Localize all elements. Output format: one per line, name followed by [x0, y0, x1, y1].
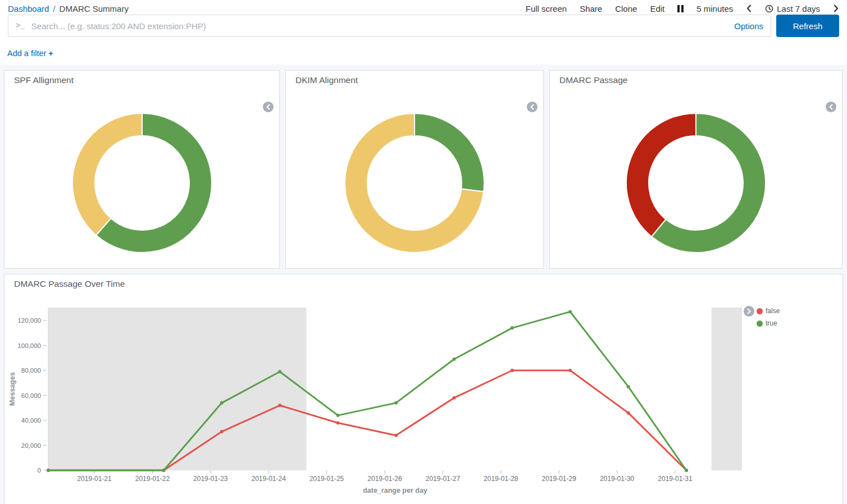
y-tick-label: 120,000 — [17, 317, 41, 324]
x-tick-label: 2019-01-23 — [193, 475, 228, 483]
y-tick-label: 40,000 — [21, 417, 41, 424]
panel-title: SPF Allignment — [4, 71, 279, 85]
panel-dkim-alignment: DKIM Alignment — [285, 70, 544, 269]
panel-dmarc-passage-over-time: 020,00040,00060,00080,000100,000120,0002… — [4, 274, 843, 504]
spf-alignment-donut-chart[interactable] — [69, 110, 215, 256]
data-point-true[interactable] — [511, 326, 514, 329]
x-tick-label: 2019-01-27 — [426, 475, 461, 483]
donut-segment-green[interactable] — [415, 113, 484, 192]
data-point-true[interactable] — [394, 401, 398, 405]
x-axis-title: date_range per day — [363, 487, 427, 494]
refresh-button[interactable]: Refresh — [776, 15, 839, 37]
menu-item-share[interactable]: Share — [580, 4, 602, 13]
data-point-false[interactable] — [511, 369, 514, 372]
donut-segment-red[interactable] — [626, 113, 696, 237]
data-point-true[interactable] — [336, 414, 340, 417]
panel-title: DMARC Passage Over Time — [4, 274, 843, 289]
page-title: DMARC Summary — [60, 4, 129, 13]
expand-legend-icon[interactable] — [744, 306, 754, 317]
y-tick-label: 80,000 — [21, 367, 41, 374]
dmarc-passage-donut-chart[interactable] — [623, 110, 769, 256]
y-tick-label: 20,000 — [21, 442, 41, 449]
breadcrumb-separator: / — [53, 4, 55, 13]
data-point-true[interactable] — [47, 469, 50, 472]
time-range-shaded-band — [712, 308, 742, 470]
top-panel-row: SPF Allignment DKIM Alignment DMARC Pass… — [4, 70, 843, 269]
data-point-false[interactable] — [568, 369, 572, 372]
dkim-alignment-donut-chart[interactable] — [341, 110, 488, 256]
options-link[interactable]: Options — [734, 21, 763, 31]
y-tick-label: 100,000 — [17, 342, 41, 349]
data-point-false[interactable] — [452, 396, 456, 400]
x-tick-label: 2019-01-30 — [600, 475, 635, 483]
x-tick-label: 2019-01-29 — [542, 475, 577, 483]
dmarc-over-time-line-chart[interactable]: 020,00040,00060,00080,000100,000120,0002… — [4, 274, 843, 504]
x-tick-label: 2019-01-26 — [367, 475, 402, 483]
legend-item-false[interactable]: false — [757, 307, 780, 315]
x-tick-label: 2019-01-21 — [77, 475, 112, 483]
data-point-false[interactable] — [278, 404, 281, 407]
data-point-true[interactable] — [627, 385, 630, 388]
x-tick-label: 2019-01-25 — [309, 475, 344, 483]
search-bar: >_ Options — [8, 15, 771, 37]
pause-icon[interactable] — [677, 5, 684, 12]
filter-bar: Add a filter+ — [0, 37, 847, 65]
x-tick-label: 2019-01-31 — [658, 475, 693, 483]
y-axis-title: Messages — [8, 372, 16, 406]
legend-item-true[interactable]: true — [757, 319, 780, 327]
x-tick-label: 2019-01-28 — [484, 475, 518, 483]
data-point-true[interactable] — [568, 310, 572, 313]
add-filter-link[interactable]: Add a filter+ — [7, 49, 53, 58]
time-range-shaded-band — [48, 308, 306, 470]
legend-label: true — [766, 319, 777, 327]
data-point-true[interactable] — [278, 370, 281, 373]
chevron-right-icon[interactable] — [833, 4, 839, 13]
breadcrumb: Dashboard / DMARC Summary — [8, 4, 129, 13]
data-point-false[interactable] — [394, 434, 398, 437]
legend-dot-false — [757, 308, 763, 314]
data-point-true[interactable] — [220, 401, 224, 405]
x-tick-label: 2019-01-22 — [135, 475, 170, 483]
data-point-false[interactable] — [336, 421, 340, 424]
panel-spf-alignment: SPF Allignment — [4, 70, 280, 269]
panel-title: DMARC Passage — [550, 71, 842, 85]
refresh-interval-label[interactable]: 5 minutes — [696, 4, 733, 13]
menu-item-edit[interactable]: Edit — [650, 4, 664, 13]
panel-title: DKIM Alignment — [286, 71, 543, 85]
query-bar: >_ Options Refresh — [0, 15, 847, 37]
plus-icon: + — [48, 49, 53, 58]
data-point-true[interactable] — [452, 358, 456, 361]
legend-dot-true — [757, 320, 763, 327]
menu-item-clone[interactable]: Clone — [615, 4, 637, 13]
y-tick-label: 0 — [38, 467, 41, 474]
time-range-label: Last 7 days — [777, 4, 820, 13]
donut-segment-yellow[interactable] — [72, 113, 142, 235]
panel-dmarc-passage: DMARC Passage — [549, 70, 843, 269]
chevron-left-icon[interactable] — [746, 4, 752, 13]
dashboard-grid: SPF Allignment DKIM Alignment DMARC Pass… — [0, 65, 847, 504]
y-tick-label: 60,000 — [21, 392, 41, 399]
breadcrumb-dashboard-link[interactable]: Dashboard — [8, 4, 49, 13]
add-filter-label: Add a filter — [7, 49, 46, 58]
top-menu: Full screen Share Clone Edit 5 minutes L… — [526, 4, 839, 13]
clock-icon — [765, 4, 773, 13]
legend-label: false — [766, 307, 780, 315]
data-point-true[interactable] — [685, 469, 688, 472]
chart-legend: false true — [757, 307, 780, 332]
data-point-false[interactable] — [627, 411, 630, 415]
menu-item-full-screen[interactable]: Full screen — [526, 4, 567, 13]
data-point-true[interactable] — [162, 469, 165, 472]
search-prompt-icon: >_ — [16, 21, 24, 30]
time-picker[interactable]: Last 7 days — [765, 4, 820, 13]
top-navbar: Dashboard / DMARC Summary Full screen Sh… — [0, 0, 847, 15]
collapse-legend-icon[interactable] — [527, 102, 538, 112]
search-input[interactable] — [30, 21, 727, 31]
data-point-false[interactable] — [220, 430, 224, 433]
collapse-legend-icon[interactable] — [826, 102, 836, 112]
x-tick-label: 2019-01-24 — [252, 475, 286, 483]
collapse-legend-icon[interactable] — [263, 102, 274, 112]
